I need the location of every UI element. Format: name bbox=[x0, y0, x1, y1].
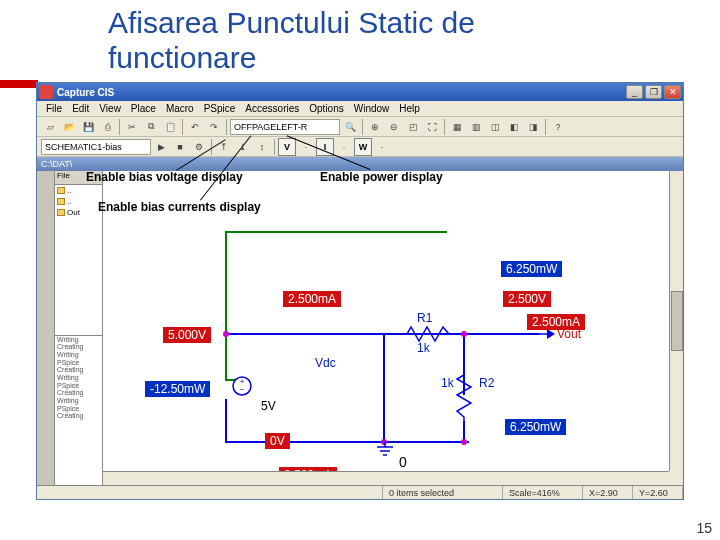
slide-title: Afisarea Punctului Static de functionare bbox=[108, 6, 475, 75]
menu-view[interactable]: View bbox=[94, 103, 126, 114]
menu-window[interactable]: Window bbox=[349, 103, 395, 114]
menu-accessories[interactable]: Accessories bbox=[240, 103, 304, 114]
folder-icon bbox=[57, 198, 65, 205]
val-voltage-vout: 2.500V bbox=[503, 291, 551, 307]
app-window: Capture CIS _ ❐ ✕ File Edit View Place M… bbox=[36, 82, 684, 500]
tb-misc1-icon[interactable]: ▦ bbox=[448, 118, 466, 136]
wire bbox=[225, 231, 227, 379]
menu-edit[interactable]: Edit bbox=[67, 103, 94, 114]
resistor-r2[interactable] bbox=[455, 369, 473, 423]
tb-sim-stop-icon[interactable]: ■ bbox=[171, 138, 189, 156]
scroll-thumb[interactable] bbox=[671, 291, 683, 351]
project-tree[interactable]: .. .. Out bbox=[55, 185, 102, 336]
tb-misc2-icon[interactable]: ▥ bbox=[467, 118, 485, 136]
tb-zoomlens-icon[interactable]: 🔍 bbox=[341, 118, 359, 136]
menu-macro[interactable]: Macro bbox=[161, 103, 199, 114]
tb-copy-icon[interactable]: ⧉ bbox=[142, 118, 160, 136]
statusbar: 0 items selected Scale=416% X=2.90 Y=2.6… bbox=[37, 485, 683, 499]
tb-print-icon[interactable]: ⎙ bbox=[98, 118, 116, 136]
slide-title-line1: Afisarea Punctului Static de bbox=[108, 6, 475, 41]
status-selection: 0 items selected bbox=[383, 486, 503, 499]
menu-pspice[interactable]: PSpice bbox=[199, 103, 241, 114]
label-r2-val: 1k bbox=[441, 376, 454, 390]
tb-cut-icon[interactable]: ✂ bbox=[123, 118, 141, 136]
tb-misc4-icon[interactable]: ◧ bbox=[505, 118, 523, 136]
tb-undo-icon[interactable]: ↶ bbox=[186, 118, 204, 136]
tb-sim-run-icon[interactable]: ▶ bbox=[152, 138, 170, 156]
scrollbar-horizontal[interactable] bbox=[103, 471, 669, 485]
menubar: File Edit View Place Macro PSpice Access… bbox=[37, 101, 683, 117]
bias-voltage-button[interactable]: V bbox=[278, 138, 296, 156]
canvas-area: +− 6.250mW bbox=[103, 171, 683, 485]
tb-redo-icon[interactable]: ↷ bbox=[205, 118, 223, 136]
status-y: Y=2.60 bbox=[633, 486, 683, 499]
val-current-r1: 2.500mA bbox=[283, 291, 341, 307]
schematic-combo[interactable]: SCHEMATIC1-bias bbox=[41, 139, 151, 155]
voltage-source[interactable]: +− bbox=[231, 375, 255, 401]
wire bbox=[225, 333, 385, 335]
svg-marker-3 bbox=[547, 329, 555, 339]
titlebar: Capture CIS _ ❐ ✕ bbox=[37, 83, 683, 101]
tb-zoomarea-icon[interactable]: ◰ bbox=[404, 118, 422, 136]
menu-place[interactable]: Place bbox=[126, 103, 161, 114]
tb-sep bbox=[274, 139, 275, 155]
tb-misc3-icon[interactable]: ◫ bbox=[486, 118, 504, 136]
label-gnd: 0 bbox=[399, 454, 407, 470]
tb-misc5-icon[interactable]: ◨ bbox=[524, 118, 542, 136]
label-r1: R1 bbox=[417, 311, 432, 325]
tb-new-icon[interactable]: ▱ bbox=[41, 118, 59, 136]
menu-options[interactable]: Options bbox=[304, 103, 348, 114]
tb-paste-icon[interactable]: 📋 bbox=[161, 118, 179, 136]
tb-marker3-icon[interactable]: ↕ bbox=[253, 138, 271, 156]
node bbox=[461, 439, 467, 445]
menu-file[interactable]: File bbox=[41, 103, 67, 114]
status-blank bbox=[37, 486, 383, 499]
tb-help-icon[interactable]: ? bbox=[549, 118, 567, 136]
ground-symbol[interactable] bbox=[375, 441, 395, 465]
part-combo[interactable]: OFFPAGELEFT-R bbox=[230, 119, 340, 135]
tb-sep bbox=[182, 119, 183, 135]
node bbox=[461, 331, 467, 337]
accent-bar bbox=[0, 80, 38, 88]
node bbox=[223, 331, 229, 337]
tree-item[interactable]: Out bbox=[55, 207, 102, 218]
minimize-button[interactable]: _ bbox=[626, 85, 643, 99]
callout-voltage: Enable bias voltage display bbox=[86, 170, 243, 184]
tb-zoomout-icon[interactable]: ⊖ bbox=[385, 118, 403, 136]
maximize-button[interactable]: ❐ bbox=[645, 85, 662, 99]
tb-sep bbox=[444, 119, 445, 135]
tb-sep bbox=[545, 119, 546, 135]
window-title: Capture CIS bbox=[57, 87, 624, 98]
wire bbox=[225, 441, 469, 443]
session-log: WritingCreatingWriting PSpiceCreatingWri… bbox=[55, 336, 102, 486]
label-r1-val: 1k bbox=[417, 341, 430, 355]
wire bbox=[225, 231, 447, 233]
label-vdc: Vdc bbox=[315, 356, 336, 370]
val-voltage-gnd: 0V bbox=[265, 433, 290, 449]
tree-item[interactable]: .. bbox=[55, 185, 102, 196]
tb-zoomin-icon[interactable]: ⊕ bbox=[366, 118, 384, 136]
close-button[interactable]: ✕ bbox=[664, 85, 681, 99]
schematic-canvas[interactable]: +− 6.250mW bbox=[103, 171, 669, 471]
bias-power-button[interactable]: W bbox=[354, 138, 372, 156]
tree-item[interactable]: .. bbox=[55, 196, 102, 207]
label-vout: Vout bbox=[557, 327, 581, 341]
subwindow-title: C:\DAT\ bbox=[41, 159, 72, 169]
page-number: 15 bbox=[696, 520, 712, 536]
toolbar-2: SCHEMATIC1-bias ▶ ■ ⚙ ⤒ ⤓ ↕ V · I · W · bbox=[37, 137, 683, 157]
folder-icon bbox=[57, 187, 65, 194]
toolbar-1: ▱ 📂 💾 ⎙ ✂ ⧉ 📋 ↶ ↷ OFFPAGELEFT-R 🔍 ⊕ ⊖ ◰ … bbox=[37, 117, 683, 137]
status-x: X=2.90 bbox=[583, 486, 633, 499]
tb-open-icon[interactable]: 📂 bbox=[60, 118, 78, 136]
tb-sep bbox=[226, 119, 227, 135]
status-scale: Scale=416% bbox=[503, 486, 583, 499]
val-power-top: 6.250mW bbox=[501, 261, 562, 277]
label-r2: R2 bbox=[479, 376, 494, 390]
tb-w-sub-icon[interactable]: · bbox=[373, 138, 391, 156]
tb-save-icon[interactable]: 💾 bbox=[79, 118, 97, 136]
scrollbar-vertical[interactable] bbox=[669, 171, 683, 471]
left-panel: File .. .. Out WritingCreatingWriting PS… bbox=[55, 171, 103, 485]
tb-zoomfit-icon[interactable]: ⛶ bbox=[423, 118, 441, 136]
tb-i-sub-icon[interactable]: · bbox=[335, 138, 353, 156]
menu-help[interactable]: Help bbox=[394, 103, 425, 114]
